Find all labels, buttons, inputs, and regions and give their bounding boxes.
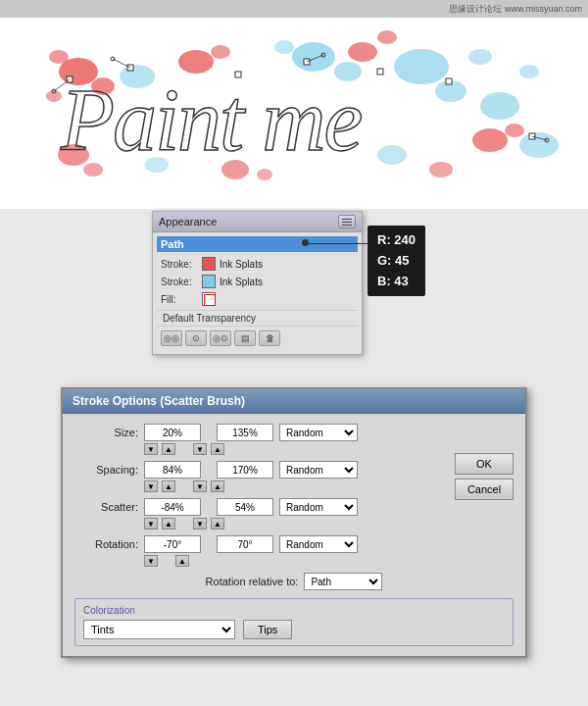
appearance-panel: Appearance Path Stroke: Ink Splats Strok… <box>152 211 363 355</box>
size-label: Size: <box>74 427 138 438</box>
spacing-right-arrows: ▼ ▲ <box>193 480 224 492</box>
scatter-min-up[interactable]: ▲ <box>162 518 175 530</box>
ap-btn-2[interactable]: ⊙ <box>185 330 207 346</box>
size-right-arrows: ▼ ▲ <box>193 443 224 455</box>
spacing-min-input[interactable] <box>144 461 201 479</box>
appearance-fill-row: Fill: <box>157 290 358 308</box>
scatter-label: Scatter: <box>74 501 138 513</box>
stroke2-label: Stroke: <box>161 277 198 287</box>
spacing-arrows: ▼ ▲ ▼ ▲ <box>144 480 224 492</box>
canvas-area: Paint me <box>0 18 588 209</box>
ap-btn-3[interactable]: ◎⊙ <box>210 330 231 346</box>
scatter-max-up[interactable]: ▲ <box>211 518 224 530</box>
scatter-min-input[interactable] <box>144 498 201 516</box>
color-tooltip: R: 240 G: 45 B: 43 <box>368 226 425 296</box>
appearance-path-label: Path <box>161 238 184 250</box>
size-arrow-row: ▼ ▲ ▼ ▲ <box>74 443 514 455</box>
svg-point-19 <box>348 42 377 62</box>
stroke2-text: Ink Splats <box>220 277 263 287</box>
stroke1-label: Stroke: <box>161 259 198 270</box>
color-g: G: 45 <box>377 251 416 272</box>
colorization-section: Colorization Tints None Tints and Shades… <box>74 598 514 646</box>
rotation-max-input[interactable] <box>217 535 273 553</box>
svg-point-6 <box>468 49 492 65</box>
canvas-svg: Paint me <box>0 18 588 209</box>
fill-icon[interactable] <box>202 292 216 306</box>
rotation-min-input[interactable] <box>144 535 201 553</box>
button-column: OK Cancel <box>455 453 514 500</box>
scatter-max-down[interactable]: ▼ <box>193 518 207 530</box>
spacing-max-input[interactable] <box>217 461 273 479</box>
appearance-menu-button[interactable] <box>338 215 356 228</box>
svg-point-15 <box>49 50 69 64</box>
size-max-input[interactable] <box>217 424 273 441</box>
scatter-left-arrows: ▼ ▲ <box>144 518 175 530</box>
tints-select[interactable]: Tints None Tints and Shades Hue Shift <box>83 620 235 639</box>
stroke-options-body: OK Cancel Size: Random Fixed Pressure ▼ <box>63 414 525 656</box>
menu-line-3 <box>342 225 352 226</box>
spacing-left-arrows: ▼ ▲ <box>144 480 175 492</box>
cancel-button[interactable]: Cancel <box>455 479 514 500</box>
svg-point-4 <box>394 49 449 84</box>
rotation-arrows: ▼ ▲ <box>144 555 189 567</box>
stroke1-text: Ink Splats <box>220 259 263 270</box>
spacing-max-up[interactable]: ▲ <box>211 480 224 492</box>
spacing-max-down[interactable]: ▼ <box>193 480 207 492</box>
size-max-up[interactable]: ▲ <box>211 443 224 455</box>
appearance-bottom-bar: ◎◎ ⊙ ◎⊙ ▤ 🗑 <box>157 326 358 350</box>
ap-btn-4[interactable]: ▤ <box>234 330 256 346</box>
spacing-arrow-row: ▼ ▲ ▼ ▲ <box>74 480 514 492</box>
appearance-stroke2-row: Stroke: Ink Splats <box>157 273 358 290</box>
size-min-down[interactable]: ▼ <box>144 443 158 455</box>
rotation-relative-select[interactable]: Path Page <box>304 573 382 590</box>
svg-rect-31 <box>235 72 241 77</box>
svg-point-16 <box>46 90 62 102</box>
svg-point-26 <box>257 169 272 180</box>
scatter-arrows: ▼ ▲ ▼ ▲ <box>144 518 224 530</box>
svg-point-12 <box>519 65 539 78</box>
connector-line <box>304 243 372 244</box>
svg-point-7 <box>480 92 519 120</box>
svg-point-1 <box>292 42 335 72</box>
stroke-options-panel: Stroke Options (Scatter Brush) OK Cancel… <box>61 387 527 658</box>
color-r: R: 240 <box>377 230 416 251</box>
scatter-method-select[interactable]: Random Fixed <box>279 498 358 516</box>
spacing-method-select[interactable]: Random Fixed <box>279 461 358 479</box>
svg-point-22 <box>505 124 524 137</box>
tips-button[interactable]: Tips <box>243 620 292 639</box>
rotation-min-down[interactable]: ▼ <box>144 555 158 567</box>
stroke2-color[interactable] <box>202 275 216 288</box>
ok-button[interactable]: OK <box>455 453 514 475</box>
spacing-min-down[interactable]: ▼ <box>144 480 158 492</box>
spacing-min-up[interactable]: ▲ <box>162 480 175 492</box>
colorization-row: Tints None Tints and Shades Hue Shift Ti… <box>83 620 505 639</box>
svg-point-3 <box>274 40 294 54</box>
scatter-min-down[interactable]: ▼ <box>144 518 158 530</box>
stroke1-color[interactable] <box>202 257 216 271</box>
fill-label: Fill: <box>161 294 198 305</box>
ap-btn-5[interactable]: 🗑 <box>259 330 280 346</box>
scatter-arrow-row: ▼ ▲ ▼ ▲ <box>74 518 514 530</box>
rotation-max-up[interactable]: ▲ <box>175 555 189 567</box>
svg-point-17 <box>178 50 214 74</box>
appearance-path-row: Path <box>157 236 358 252</box>
colorization-title: Colorization <box>83 605 505 616</box>
rotation-method-select[interactable]: Random Fixed <box>279 535 358 553</box>
svg-rect-34 <box>446 78 452 84</box>
scatter-max-input[interactable] <box>217 498 273 516</box>
size-left-arrows: ▼ ▲ <box>144 443 175 455</box>
size-arrows: ▼ ▲ ▼ ▲ <box>144 443 224 455</box>
size-min-up[interactable]: ▲ <box>162 443 175 455</box>
ap-btn-1[interactable]: ◎◎ <box>161 330 182 346</box>
svg-text:Paint me: Paint me <box>60 72 361 169</box>
svg-point-10 <box>519 132 559 158</box>
appearance-title: Appearance <box>159 216 217 227</box>
rotation-arrow-row: ▼ ▲ <box>74 555 514 567</box>
rotation-relative-row: Rotation relative to: Path Page <box>74 573 514 590</box>
rotation-row: Rotation: Random Fixed <box>74 535 514 553</box>
banner-text: 思缘设计论坛 www.missyuan.com <box>449 3 582 16</box>
size-min-input[interactable] <box>144 424 201 441</box>
size-method-select[interactable]: Random Fixed Pressure <box>279 424 358 441</box>
size-max-down[interactable]: ▼ <box>193 443 207 455</box>
rotation-label: Rotation: <box>74 538 138 550</box>
